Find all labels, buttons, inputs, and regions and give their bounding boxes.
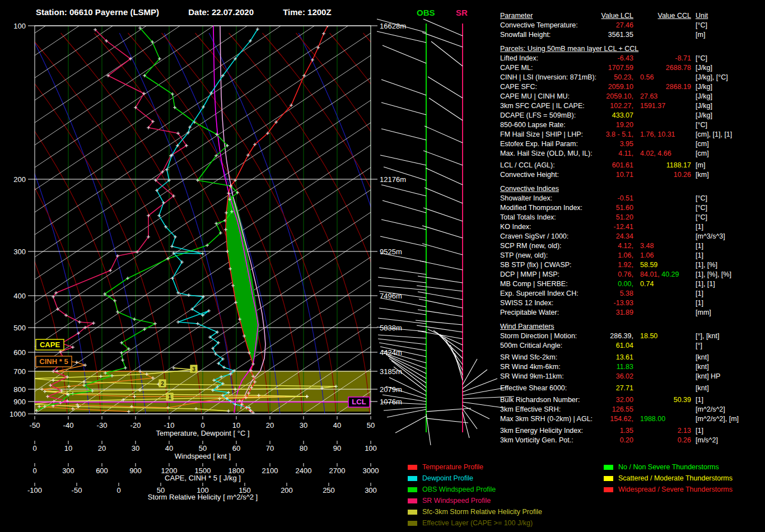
value-after: 1.76, 10.31 [638,130,691,139]
parameter-label: Storm Direction | Motion: [500,332,581,341]
value-part: 1591.37 [640,102,665,110]
svg-text:70: 70 [266,444,274,452]
value-lcl: 27.71 [586,384,633,393]
unit-label: [m] [696,161,763,170]
parameter-label: Convective Height: [500,170,581,180]
parameter-row: CINH | LSI (Inversion: 871mB):50.23,0.56… [500,73,763,82]
parameter-label: SR Wind 9km-11km: [500,372,581,381]
value-part: 24.34 [616,232,633,240]
value-lcl: -0.51 [586,194,633,203]
header-value-lcl: Value LCL [586,11,633,21]
svg-text:20: 20 [266,421,274,430]
parameter-row: KO Index:-12.41[1] [500,222,763,232]
value-part: 2.13 [678,427,691,435]
svg-text:2400: 2400 [296,466,312,475]
value-part: 27.46 [616,21,633,29]
unit-label: [cm] [696,139,763,149]
value-lcl: 24.34 [586,232,633,241]
value-part: 50.23, [614,73,633,81]
svg-text:40: 40 [333,421,341,430]
unit-label: [m] [696,30,763,40]
value-part: 1.06, [618,251,633,259]
svg-text:9525m: 9525m [380,248,402,256]
unit-label: [1] [696,426,763,436]
cape-area [226,193,259,367]
value-lcl: 4.12, [586,241,633,251]
svg-text:0: 0 [116,486,120,494]
parameter-label: STP (new, old): [500,251,581,260]
unit-label: [1] [696,222,763,232]
value-part: 1188.17 [666,161,691,169]
svg-text:0: 0 [32,444,36,452]
unit-label: [km] [696,170,763,180]
value-part: 18.50 [640,332,657,340]
legend-label: Effective Layer (CAPE >= 100 J/kg) [422,519,533,527]
svg-text:100: 100 [365,444,377,452]
unit-label: [J/kg] [696,92,763,101]
unit-label: [m^3/s^3] [696,232,763,241]
unit-label: [J/kg] [696,63,763,73]
value-part: -12.41 [614,223,633,231]
svg-text:1076m: 1076m [380,398,402,406]
parameter-row: Snowfall Height:3561.35[m] [500,30,763,40]
parameter-row: CAPE SFC:2059.102868.19[J/kg] [500,82,763,92]
value-part: 51.60 [616,204,633,212]
value-lcl: 61.04 [586,341,633,351]
value-part: 1.35 [620,427,633,435]
value-part: 2868.19 [666,83,691,91]
value-after: 4.02, 4.66 [638,149,691,158]
parameter-row: Showalter Index:-0.51[°C] [500,194,763,203]
parameter-row: SWISS 12 Index:-13.93[1] [500,298,763,308]
svg-text:500: 500 [13,324,26,332]
legend-item: Widespread / Severe Thunderstorms [604,484,733,495]
value-lcl: 126.55 [586,405,633,414]
value-part: -6.43 [618,54,634,62]
parameter-row: Max. Hail Size (OLD, MU, IL):4.11,4.02, … [500,149,763,158]
value-after: 3.48 [638,241,691,251]
value-lcl: -12.41 [586,222,633,232]
legend-item: OBS Windspeed Profile [408,484,542,495]
svg-text:0: 0 [32,466,36,475]
unit-label: [°] [696,341,763,351]
value-lcl: 19.20 [586,120,633,130]
parameter-label: DCP | MMP | MSP: [500,270,581,279]
unit-label: [°C] [696,54,763,63]
value-lcl: 154.62, [586,414,633,424]
svg-text:0: 0 [200,421,204,430]
value-lcl: 3.8 - 5.1, [586,130,633,139]
value-lcl: 2059.10, [586,92,633,101]
severity-legend: No / Non Severe ThunderstormsScattered /… [604,461,733,495]
value-part: 51.20 [616,213,633,221]
value-part: 10.71 [616,171,633,179]
header-unit: Unit [696,11,763,21]
legend-swatch [408,465,417,470]
unit-label: [J/kg] [696,101,763,111]
parameter-label: 3km SFC CAPE | IL CAPE: [500,101,581,111]
value-part: -13.93 [614,299,633,307]
parameter-row: SR Wind 4km-6km:11.83[knt] [500,362,763,372]
unit-label: [knt] [696,362,763,372]
value-part: 601.61 [612,161,633,169]
value-ccl: 1188.17 [638,161,691,170]
parameter-label: 850-600 Lapse Rate: [500,120,581,130]
legend-swatch [408,510,417,515]
parameter-row: Effective Shear 6000:27.71[knt] [500,384,763,393]
value-part: 58.59 [640,261,657,269]
parameter-label: Showalter Index: [500,194,581,203]
parameter-label: CAPE ML: [500,63,581,73]
value-lcl: 433.07 [586,111,633,120]
svg-text:Storm Relative Helicity [ m^2: Storm Relative Helicity [ m^2/s^2 ] [148,493,258,501]
value-lcl: 10.71 [586,170,633,180]
sounding-app: Station: 06610 Payerne (LSMP) Date: 22.0… [0,0,765,532]
parameter-label: DCAPE (LFS = 509mB): [500,111,581,120]
unit-label: [m^2/s^2], [m] [696,414,763,424]
parameter-row: CAPE MU | CINH MU:2059.10,27.63[J/kg] [500,92,763,101]
svg-text:300: 300 [365,486,377,494]
svg-text:12176m: 12176m [380,175,406,184]
svg-text:-20: -20 [130,421,141,430]
parameter-label: CAPE SFC: [500,82,581,92]
svg-text:-100: -100 [27,486,42,494]
value-after: 1.06 [638,251,691,260]
parameter-row: SR Wind 9km-11km:36.02[knt] HP [500,372,763,381]
legend-label: Widespread / Severe Thunderstorms [618,486,733,493]
